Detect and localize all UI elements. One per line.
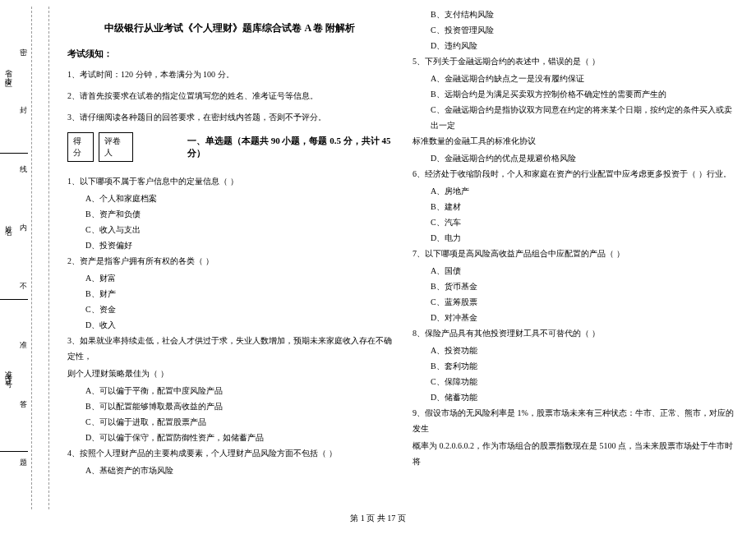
binding-margin: 省（市区） 姓名 准考证号 密 封 线 内 不 准 答 题 [0,7,49,509]
notice-item-1: 1、考试时间：120 分钟，本卷满分为 100 分。 [67,68,393,81]
notice-item-3: 3、请仔细阅读各种题目的回答要求，在密封线内答题，否则不予评分。 [67,111,393,124]
q6-option-b: B、建材 [413,199,738,214]
marker: 答 [18,394,29,399]
marker: 准 [18,335,29,340]
q1-option-b: B、资产和负债 [67,206,393,222]
question-7: 7、以下哪项是高风险高收益产品组合中应配置的产品（ ） [413,246,738,261]
q3-option-a: A、可以偏于平衡，配置中度风险产品 [67,383,393,398]
q5-option-c-line2: 标准数量的金融工具的标准化协议 [413,133,738,149]
q1-option-c: C、收入与支出 [67,222,393,237]
q3-option-b: B、可以配置能够博取最高收益的产品 [67,398,393,414]
question-2: 2、资产是指客户拥有所有权的各类（ ） [67,253,393,269]
marker: 题 [18,453,29,458]
q4-option-b: B、支付结构风险 [413,7,738,22]
q8-option-b: B、套利功能 [413,358,738,374]
q1-option-d: D、投资偏好 [67,237,393,253]
binding-field-labels: 省（市区） 姓名 准考证号 [2,7,15,509]
q6-option-c: C、汽车 [413,214,738,230]
q8-option-a: A、投资功能 [413,343,738,358]
question-1: 1、以下哪项不属于客户信息中的定量信息（ ） [67,173,393,189]
q3-option-d: D、可以偏于保守，配置防御性资产，如储蓄产品 [67,430,393,445]
q4-option-c: C、投资管理风险 [413,22,738,38]
binding-inner-line [31,7,32,509]
binding-field-admission: 准考证号 [3,365,14,378]
question-4: 4、按照个人理财产品的主要构成要素，个人理财产品风险方面不包括（ ） [67,445,393,461]
binding-field-name: 姓名 [3,219,14,226]
question-3-line2: 则个人理财策略最佳为（ ） [67,366,393,381]
notice-header: 考试须知： [67,48,393,60]
q5-option-c-line1: C、金融远期合约是指协议双方同意在约定的将来某个日期，按约定的条件买入或卖出一定 [413,102,738,133]
exam-title: 中级银行从业考试《个人理财》题库综合试卷 A 卷 附解析 [67,21,393,35]
page-footer: 第 1 页 共 17 页 [0,509,756,527]
q7-option-b: B、货币基金 [413,279,738,294]
q6-option-a: A、房地产 [413,183,738,199]
binding-field-region: 省（市区） [3,64,14,81]
marker: 内 [18,218,29,223]
q7-option-c: C、蓝筹股票 [413,294,738,310]
q7-option-d: D、对冲基金 [413,310,738,325]
marker: 密 [18,42,29,47]
marker: 不 [18,277,29,282]
question-9-line1: 9、假设市场的无风险利率是 1%，股票市场未来有三种状态：牛市、正常、熊市，对应… [413,405,738,436]
marker: 线 [18,159,29,164]
q2-option-d: D、收入 [67,317,393,333]
q4-option-a: A、基础资产的市场风险 [67,463,393,478]
score-row: 得分 评卷人 一、单选题（本题共 90 小题，每题 0.5 分，共计 45 分） [67,132,393,162]
q3-option-c: C、可以偏于进取，配置股票产品 [67,414,393,430]
q7-option-a: A、国债 [413,263,738,279]
content-area: 中级银行从业考试《个人理财》题库综合试卷 A 卷 附解析 考试须知： 1、考试时… [49,7,756,509]
q8-option-c: C、保障功能 [413,374,738,389]
marker: 封 [18,100,29,105]
question-6: 6、经济处于收缩阶段时，个人和家庭在资产的行业配置中应考虑更多投资于（ ）行业。 [413,166,738,182]
notice-item-2: 2、请首先按要求在试卷的指定位置填写您的姓名、准考证号等信息。 [67,90,393,103]
q2-option-a: A、财富 [67,270,393,286]
question-5: 5、下列关于金融远期合约的表述中，错误的是（ ） [413,53,738,69]
binding-seal-markers: 密 封 线 内 不 准 答 题 [17,7,29,509]
left-column: 中级银行从业考试《个人理财》题库综合试卷 A 卷 附解析 考试须知： 1、考试时… [58,7,403,509]
score-label: 得分 [67,132,94,162]
section-title: 一、单选题（本题共 90 小题，每题 0.5 分，共计 45 分） [187,135,393,159]
q2-option-c: C、资金 [67,302,393,317]
q5-option-a: A、金融远期合约缺点之一是没有履约保证 [413,71,738,86]
q5-option-d: D、金融远期合约的优点是规避价格风险 [413,150,738,166]
q5-option-b: B、远期合约是为满足买卖双方控制价格不确定性的需要而产生的 [413,86,738,102]
q2-option-b: B、财产 [67,286,393,302]
q6-option-d: D、电力 [413,230,738,246]
q8-option-d: D、储蓄功能 [413,389,738,405]
right-column: B、支付结构风险 C、投资管理风险 D、违约风险 5、下列关于金融远期合约的表述… [403,7,748,509]
question-9-line2: 概率为 0.2.0.6.0.2，作为市场组合的股票指数现在是 5100 点，当未… [413,438,738,469]
q1-option-a: A、个人和家庭档案 [67,191,393,206]
q4-option-d: D、违约风险 [413,38,738,53]
question-8: 8、保险产品具有其他投资理财工具不可替代的（ ） [413,325,738,341]
grader-label: 评卷人 [99,132,133,162]
question-3-line1: 3、如果就业率持续走低，社会人才供过于求，失业人数增加，预期未来家庭收入存在不确… [67,333,393,364]
